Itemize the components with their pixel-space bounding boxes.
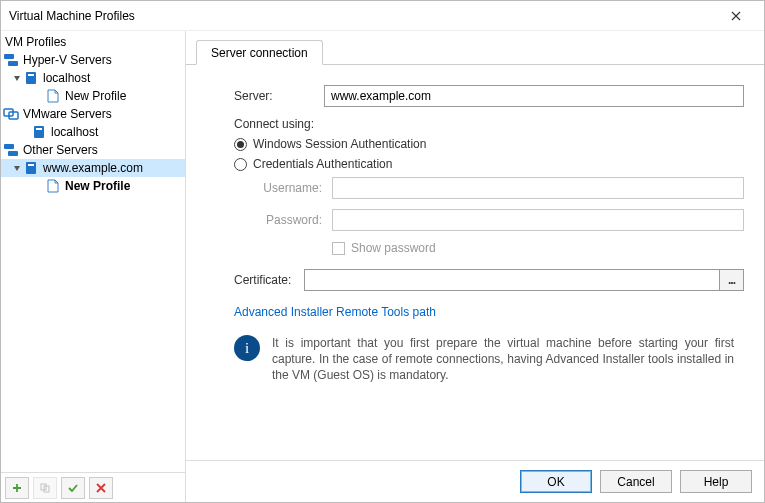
- button-label: OK: [547, 475, 564, 489]
- show-password-label: Show password: [351, 241, 436, 255]
- certificate-label: Certificate:: [234, 273, 304, 287]
- radio-credentials[interactable]: Credentials Authentication: [234, 157, 744, 171]
- tree-hyperv[interactable]: Hyper-V Servers: [1, 51, 185, 69]
- svg-rect-11: [28, 164, 34, 166]
- tree-other-host[interactable]: www.example.com: [1, 159, 185, 177]
- tree-hyperv-localhost[interactable]: localhost: [1, 69, 185, 87]
- radio-windows-session[interactable]: Windows Session Authentication: [234, 137, 744, 151]
- svg-rect-8: [4, 144, 14, 149]
- password-input: [332, 209, 744, 231]
- checkbox-icon: [332, 242, 345, 255]
- dialog-buttons: OK Cancel Help: [186, 460, 764, 502]
- tree-label: Hyper-V Servers: [21, 53, 112, 67]
- tree-vm-profiles[interactable]: VM Profiles: [1, 33, 185, 51]
- svg-rect-7: [36, 128, 42, 130]
- tree-label: New Profile: [63, 179, 130, 193]
- expander-open-icon[interactable]: [11, 162, 23, 174]
- ellipsis-icon: ...: [728, 273, 735, 287]
- server-icon: [23, 160, 39, 176]
- tree-vmware-localhost[interactable]: localhost: [1, 123, 185, 141]
- help-button[interactable]: Help: [680, 470, 752, 493]
- x-icon: [96, 483, 106, 493]
- tab-strip: Server connection: [186, 37, 764, 65]
- sidebar-toolbar: [1, 472, 185, 502]
- expander-open-icon[interactable]: [11, 72, 23, 84]
- tab-server-connection[interactable]: Server connection: [196, 40, 323, 65]
- window-title: Virtual Machine Profiles: [9, 9, 716, 23]
- info-text: It is important that you first prepare t…: [272, 335, 744, 384]
- button-label: Cancel: [617, 475, 654, 489]
- tree-label: VM Profiles: [3, 35, 66, 49]
- server-label: Server:: [234, 89, 324, 103]
- close-button[interactable]: [716, 1, 756, 30]
- server-icon: [23, 70, 39, 86]
- svg-rect-0: [4, 54, 14, 59]
- show-password-checkbox: Show password: [332, 241, 744, 255]
- tree-label: www.example.com: [41, 161, 143, 175]
- tree-label: Other Servers: [21, 143, 98, 157]
- profile-tree[interactable]: VM Profiles Hyper-V Servers localhost: [1, 31, 185, 472]
- tree-label: New Profile: [63, 89, 126, 103]
- tree-label: localhost: [49, 125, 98, 139]
- dialog-window: Virtual Machine Profiles VM Profiles Hyp…: [0, 0, 765, 503]
- svg-rect-9: [8, 151, 18, 156]
- check-button[interactable]: [61, 477, 85, 499]
- profile-icon: [45, 88, 61, 104]
- radio-unselected-icon: [234, 158, 247, 171]
- remote-tools-link[interactable]: Advanced Installer Remote Tools path: [234, 305, 436, 319]
- content-panel: Server connection Server: Connect using:…: [186, 31, 764, 502]
- dialog-body: VM Profiles Hyper-V Servers localhost: [1, 31, 764, 502]
- copy-button[interactable]: [33, 477, 57, 499]
- button-label: Help: [704, 475, 729, 489]
- tree-other[interactable]: Other Servers: [1, 141, 185, 159]
- info-panel: i It is important that you first prepare…: [234, 335, 744, 384]
- plus-icon: [12, 483, 22, 493]
- tree-vmware[interactable]: VMware Servers: [1, 105, 185, 123]
- svg-rect-6: [34, 126, 44, 138]
- profile-icon: [45, 178, 61, 194]
- radio-selected-icon: [234, 138, 247, 151]
- cancel-button[interactable]: Cancel: [600, 470, 672, 493]
- certificate-browse-button[interactable]: ...: [720, 269, 744, 291]
- form-area: Server: Connect using: Windows Session A…: [186, 65, 764, 460]
- check-icon: [68, 483, 78, 493]
- server-input[interactable]: [324, 85, 744, 107]
- tree-label: localhost: [41, 71, 90, 85]
- add-button[interactable]: [5, 477, 29, 499]
- username-input: [332, 177, 744, 199]
- tree-other-newprofile[interactable]: New Profile: [1, 177, 185, 195]
- svg-rect-3: [28, 74, 34, 76]
- radio-label: Windows Session Authentication: [253, 137, 426, 151]
- remove-button[interactable]: [89, 477, 113, 499]
- vmware-icon: [3, 106, 19, 122]
- username-label: Username:: [242, 181, 332, 195]
- svg-rect-2: [26, 72, 36, 84]
- radio-label: Credentials Authentication: [253, 157, 392, 171]
- ok-button[interactable]: OK: [520, 470, 592, 493]
- tree-hyperv-newprofile[interactable]: New Profile: [1, 87, 185, 105]
- servers-icon: [3, 142, 19, 158]
- copy-icon: [40, 483, 50, 493]
- tree-label: VMware Servers: [21, 107, 112, 121]
- titlebar: Virtual Machine Profiles: [1, 1, 764, 31]
- close-icon: [731, 11, 741, 21]
- sidebar: VM Profiles Hyper-V Servers localhost: [1, 31, 186, 502]
- connect-using-label: Connect using:: [234, 117, 314, 131]
- info-icon: i: [234, 335, 260, 361]
- svg-rect-10: [26, 162, 36, 174]
- svg-rect-1: [8, 61, 18, 66]
- server-icon: [31, 124, 47, 140]
- tab-label: Server connection: [211, 46, 308, 60]
- servers-icon: [3, 52, 19, 68]
- certificate-input[interactable]: [304, 269, 720, 291]
- password-label: Password:: [242, 213, 332, 227]
